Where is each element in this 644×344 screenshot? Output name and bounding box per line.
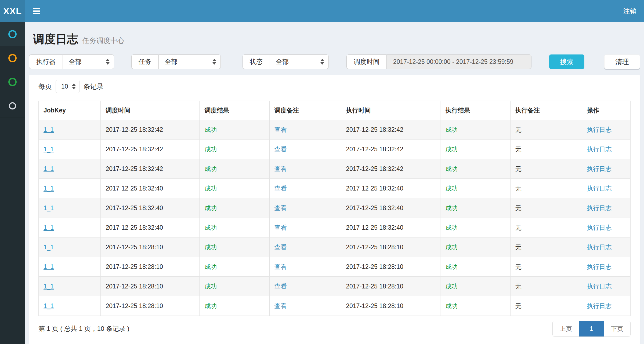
cell-handle-result: 成功 <box>440 159 510 179</box>
cell-trigger-result: 成功 <box>200 237 269 257</box>
view-trigger-msg-link[interactable]: 查看 <box>274 146 287 153</box>
success-badge: 成功 <box>445 283 458 290</box>
job-select[interactable]: 全部 <box>158 54 221 69</box>
clear-button[interactable]: 清理 <box>604 54 640 69</box>
cell-trigger-time: 2017-12-25 18:28:10 <box>101 257 200 277</box>
jobkey-link[interactable]: 1_1 <box>44 263 54 270</box>
select-arrows-icon <box>72 83 76 89</box>
status-select[interactable]: 全部 <box>270 54 329 69</box>
success-badge: 成功 <box>204 283 217 290</box>
jobkey-link[interactable]: 1_1 <box>44 224 54 231</box>
cell-handle-result: 成功 <box>440 237 510 257</box>
current-page-button[interactable]: 1 <box>579 321 604 336</box>
view-trigger-msg-link[interactable]: 查看 <box>274 126 287 133</box>
app-logo[interactable]: XXL <box>0 0 25 22</box>
jobkey-link[interactable]: 1_1 <box>44 165 54 172</box>
success-badge: 成功 <box>204 244 217 251</box>
execution-log-link[interactable]: 执行日志 <box>587 165 612 172</box>
execution-log-link[interactable]: 执行日志 <box>587 126 612 133</box>
cell-handle-time: 2017-12-25 18:32:40 <box>341 198 440 218</box>
success-badge: 成功 <box>445 204 458 211</box>
cell-action: 执行日志 <box>582 120 631 140</box>
sidebar-item-3[interactable] <box>0 70 25 94</box>
time-filter-group: 调度时间 2017-12-25 00:00:00 - 2017-12-25 23… <box>346 54 531 69</box>
success-badge: 成功 <box>204 146 217 153</box>
time-range-input[interactable]: 2017-12-25 00:00:00 - 2017-12-25 23:59:5… <box>386 54 531 69</box>
execution-log-link[interactable]: 执行日志 <box>587 146 612 153</box>
success-badge: 成功 <box>445 244 458 251</box>
cell-trigger-msg: 查看 <box>269 277 341 296</box>
cell-handle-msg: 无 <box>510 237 582 257</box>
table-row: 1_1 2017-12-25 18:32:40 成功 查看 2017-12-25… <box>39 198 631 218</box>
circle-outline-icon <box>8 30 17 38</box>
sidebar-item-1[interactable] <box>0 22 25 46</box>
next-page-button[interactable]: 下页 <box>604 321 630 336</box>
sidebar <box>0 22 25 344</box>
cell-trigger-msg: 查看 <box>269 120 341 140</box>
sidebar-toggle-button[interactable] <box>25 0 48 22</box>
execution-log-link[interactable]: 执行日志 <box>587 302 612 309</box>
page-title: 调度日志 <box>33 32 78 46</box>
view-trigger-msg-link[interactable]: 查看 <box>274 302 287 309</box>
jobkey-link[interactable]: 1_1 <box>44 185 54 192</box>
cell-action: 执行日志 <box>582 198 631 218</box>
execution-log-link[interactable]: 执行日志 <box>587 224 612 231</box>
status-select-value: 全部 <box>276 57 289 66</box>
cell-handle-time: 2017-12-25 18:32:42 <box>341 159 440 179</box>
cell-jobkey: 1_1 <box>39 120 101 140</box>
cell-trigger-msg: 查看 <box>269 237 341 257</box>
view-trigger-msg-link[interactable]: 查看 <box>274 283 287 290</box>
col-header-trigger-time: 调度时间 <box>101 101 200 120</box>
cell-handle-time: 2017-12-25 18:28:10 <box>341 257 440 277</box>
cell-handle-time: 2017-12-25 18:32:40 <box>341 179 440 198</box>
page-size-suffix-label: 条记录 <box>84 82 104 91</box>
cell-handle-msg: 无 <box>510 198 582 218</box>
cell-trigger-time: 2017-12-25 18:32:42 <box>101 159 200 179</box>
view-trigger-msg-link[interactable]: 查看 <box>274 185 287 192</box>
view-trigger-msg-link[interactable]: 查看 <box>274 204 287 211</box>
jobkey-link[interactable]: 1_1 <box>44 283 54 290</box>
navbar-spacer <box>48 0 616 22</box>
page-size-prefix-label: 每页 <box>38 82 52 91</box>
view-trigger-msg-link[interactable]: 查看 <box>274 224 287 231</box>
execution-log-link[interactable]: 执行日志 <box>587 204 612 211</box>
prev-page-button[interactable]: 上页 <box>553 321 579 336</box>
cell-action: 执行日志 <box>582 140 631 159</box>
sidebar-item-2[interactable] <box>0 46 25 70</box>
circle-outline-icon <box>8 54 17 62</box>
success-badge: 成功 <box>445 146 458 153</box>
execution-log-link[interactable]: 执行日志 <box>587 263 612 270</box>
view-trigger-msg-link[interactable]: 查看 <box>274 244 287 251</box>
cell-action: 执行日志 <box>582 296 631 316</box>
cell-handle-msg: 无 <box>510 179 582 198</box>
success-badge: 成功 <box>445 126 458 133</box>
cell-trigger-result: 成功 <box>200 120 269 140</box>
jobkey-link[interactable]: 1_1 <box>44 244 54 251</box>
cell-trigger-time: 2017-12-25 18:32:42 <box>101 140 200 159</box>
jobkey-link[interactable]: 1_1 <box>44 126 54 133</box>
jobkey-link[interactable]: 1_1 <box>44 146 54 153</box>
execution-log-link[interactable]: 执行日志 <box>587 185 612 192</box>
page-size-select[interactable]: 10 <box>56 80 80 93</box>
sidebar-item-4[interactable] <box>0 94 25 118</box>
execution-log-link[interactable]: 执行日志 <box>587 283 612 290</box>
table-row: 1_1 2017-12-25 18:32:40 成功 查看 2017-12-25… <box>39 179 631 198</box>
execution-log-link[interactable]: 执行日志 <box>587 244 612 251</box>
view-trigger-msg-link[interactable]: 查看 <box>274 263 287 270</box>
executor-select[interactable]: 全部 <box>63 54 114 69</box>
page-header: 调度日志 任务调度中心 <box>33 32 640 46</box>
cell-handle-result: 成功 <box>440 296 510 316</box>
view-trigger-msg-link[interactable]: 查看 <box>274 165 287 172</box>
logout-button[interactable]: 注销 <box>616 0 644 22</box>
jobkey-link[interactable]: 1_1 <box>44 302 54 309</box>
cell-handle-time: 2017-12-25 18:28:10 <box>341 296 440 316</box>
table-row: 1_1 2017-12-25 18:32:42 成功 查看 2017-12-25… <box>39 159 631 179</box>
search-button[interactable]: 搜索 <box>549 54 584 69</box>
cell-jobkey: 1_1 <box>39 159 101 179</box>
hamburger-icon <box>33 8 40 14</box>
executor-filter-group: 执行器 全部 <box>29 54 114 69</box>
success-badge: 成功 <box>204 165 217 172</box>
cell-trigger-msg: 查看 <box>269 140 341 159</box>
jobkey-link[interactable]: 1_1 <box>44 204 54 211</box>
executor-select-value: 全部 <box>69 57 82 66</box>
